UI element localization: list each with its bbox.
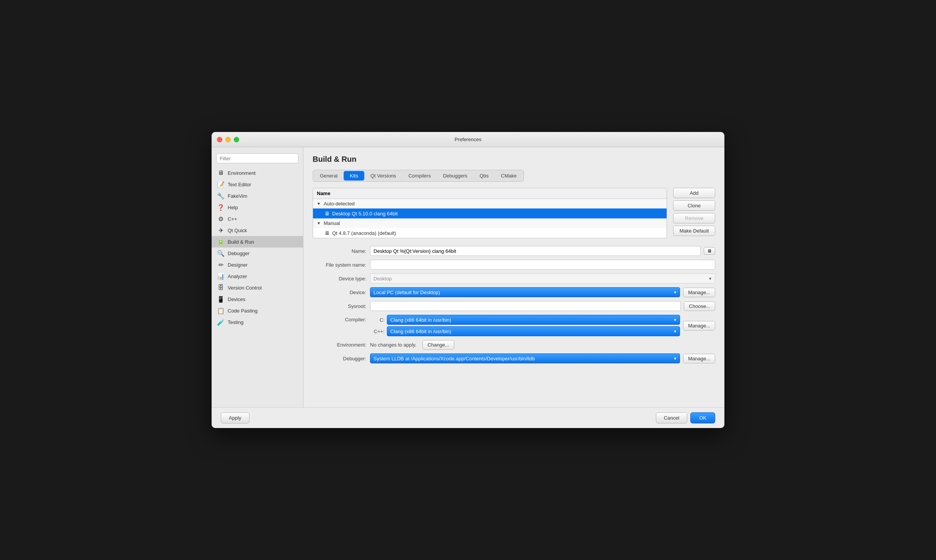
manage-compiler-button[interactable]: Manage... — [683, 321, 715, 330]
filesystem-label: File system name: — [313, 262, 370, 268]
kit-table-header: Name — [313, 188, 667, 199]
name-icon-button[interactable]: 🖥 — [704, 247, 715, 255]
qt-quick-icon: ✈ — [217, 226, 225, 234]
analyzer-icon: 📊 — [217, 272, 225, 280]
manage-debugger-button[interactable]: Manage... — [683, 354, 715, 363]
kit-item-label: Qt 4.8.7 (anaconda) (default) — [332, 230, 396, 236]
tab-debuggers[interactable]: Debuggers — [437, 171, 474, 181]
sysroot-row: Sysroot: Choose... — [313, 301, 715, 311]
sidebar-item-label: Devices — [228, 296, 245, 302]
build-run-icon: 🔋 — [217, 238, 225, 246]
make-default-button[interactable]: Make Default — [673, 226, 715, 236]
version-control-icon: 🗄 — [217, 284, 225, 291]
apply-button[interactable]: Apply — [221, 412, 249, 423]
maximize-button[interactable] — [234, 137, 239, 142]
designer-icon: ✏ — [217, 261, 225, 269]
kit-group-auto[interactable]: ▼ Auto-detected — [313, 199, 667, 208]
compiler-inputs: C: Clang (x86 64bit in /usr/bin) ▼ C++: — [370, 315, 680, 336]
main-content: Build & Run General Kits Qt Versions Com… — [303, 147, 724, 407]
sysroot-input[interactable] — [370, 301, 681, 311]
cancel-button[interactable]: Cancel — [656, 412, 687, 423]
ok-button[interactable]: OK — [690, 412, 715, 423]
tabs-bar: General Kits Qt Versions Compilers Debug… — [313, 170, 524, 182]
filesystem-input[interactable] — [370, 260, 715, 270]
tab-cmake[interactable]: CMake — [495, 171, 523, 181]
kit-action-buttons: Add Clone Remove Make Default — [673, 188, 715, 244]
remove-kit-button[interactable]: Remove — [673, 213, 715, 223]
filter-input[interactable] — [216, 153, 298, 163]
bottom-right-buttons: Cancel OK — [656, 412, 715, 423]
tab-kits[interactable]: Kits — [344, 171, 364, 181]
environment-icon: 🖥 — [217, 169, 225, 177]
window-title: Preferences — [455, 137, 481, 142]
manage-device-button[interactable]: Manage... — [683, 288, 715, 297]
environment-row: Environment: No changes to apply. Change… — [313, 340, 715, 350]
debugger-row: Debugger: System LLDB at /Applications/X… — [313, 353, 715, 363]
traffic-lights — [217, 137, 239, 142]
kit-item-label: Desktop Qt 5.10.0 clang 64bit — [332, 211, 398, 217]
name-input[interactable] — [370, 246, 701, 256]
sidebar-item-label: Environment — [228, 170, 256, 176]
debugger-icon: 🔍 — [217, 249, 225, 257]
tab-qt-versions[interactable]: Qt Versions — [364, 171, 402, 181]
sysroot-label: Sysroot: — [313, 303, 370, 309]
device-type-static: Desktop — [370, 273, 715, 283]
device-label: Device: — [313, 290, 370, 295]
kit-item-desktop-qt510[interactable]: 🖥 Desktop Qt 5.10.0 clang 64bit — [313, 208, 667, 218]
sidebar-item-build-run[interactable]: 🔋 Build & Run — [212, 236, 303, 247]
sidebar-item-debugger[interactable]: 🔍 Debugger — [212, 247, 303, 259]
tab-general[interactable]: General — [314, 171, 344, 181]
clone-kit-button[interactable]: Clone — [673, 200, 715, 211]
triangle-icon: ▼ — [317, 221, 321, 225]
monitor-icon: 🖥 — [325, 210, 330, 217]
sidebar-item-label: Code Pasting — [228, 308, 258, 314]
debugger-select[interactable]: System LLDB at /Applications/Xcode.app/C… — [370, 353, 680, 363]
kit-group-manual[interactable]: ▼ Manual — [313, 218, 667, 228]
sidebar-item-designer[interactable]: ✏ Designer — [212, 259, 303, 270]
kit-group-label: Auto-detected — [324, 201, 355, 207]
name-row: Name: 🖥 — [313, 246, 715, 256]
text-editor-icon: 📝 — [217, 181, 225, 188]
filesystem-row: File system name: — [313, 260, 715, 270]
compiler-c-row: C: Clang (x86 64bit in /usr/bin) ▼ — [370, 315, 680, 325]
compiler-label: Compiler: — [313, 315, 370, 322]
choose-sysroot-button[interactable]: Choose... — [684, 301, 715, 311]
kit-item-qt487[interactable]: 🖥 Qt 4.8.7 (anaconda) (default) — [313, 228, 667, 238]
environment-value: No changes to apply. — [370, 342, 416, 348]
sidebar-item-label: Version Control — [228, 285, 262, 291]
device-select[interactable]: Local PC (default for Desktop) — [370, 287, 680, 297]
sidebar-item-environment[interactable]: 🖥 Environment — [212, 167, 303, 179]
tab-qbs[interactable]: Qbs — [473, 171, 495, 181]
minimize-button[interactable] — [225, 137, 231, 142]
debugger-select-wrap: System LLDB at /Applications/Xcode.app/C… — [370, 353, 680, 363]
sidebar-item-testing[interactable]: 🧪 Testing — [212, 316, 303, 328]
sidebar-item-version-control[interactable]: 🗄 Version Control — [212, 282, 303, 293]
change-env-button[interactable]: Change... — [422, 340, 454, 350]
name-label: Name: — [313, 248, 370, 254]
sidebar-item-label: FakeVim — [228, 193, 247, 199]
sidebar-item-fakevim[interactable]: 🔧 FakeVim — [212, 190, 303, 202]
compiler-c-select[interactable]: Clang (x86 64bit in /usr/bin) — [387, 315, 680, 325]
sidebar-item-text-editor[interactable]: 📝 Text Editor — [212, 179, 303, 190]
sidebar-item-qt-quick[interactable]: ✈ Qt Quick — [212, 225, 303, 236]
tab-compilers[interactable]: Compilers — [402, 171, 437, 181]
device-type-row: Device type: Desktop ▼ — [313, 273, 715, 283]
sidebar-item-label: Debugger — [228, 251, 249, 256]
sidebar-item-code-pasting[interactable]: 📋 Code Pasting — [212, 305, 303, 316]
help-icon: ❓ — [217, 203, 225, 211]
page-title: Build & Run — [313, 155, 715, 164]
sidebar-item-label: C++ — [228, 216, 237, 222]
add-kit-button[interactable]: Add — [673, 188, 715, 198]
compiler-cpp-select[interactable]: Clang (x86 64bit in /usr/bin) — [387, 326, 680, 336]
kit-group-label: Manual — [324, 220, 340, 226]
sidebar-item-devices[interactable]: 📱 Devices — [212, 293, 303, 305]
sidebar-item-analyzer[interactable]: 📊 Analyzer — [212, 270, 303, 282]
form-area: Name: 🖥 File system name: Device type: D… — [313, 246, 715, 363]
monitor-icon: 🖥 — [325, 230, 330, 236]
compiler-row: Compiler: C: Clang (x86 64bit in /usr/bi… — [313, 315, 715, 336]
sidebar-item-label: Text Editor — [228, 182, 251, 187]
sidebar-item-help[interactable]: ❓ Help — [212, 202, 303, 213]
close-button[interactable] — [217, 137, 222, 142]
kit-list-area: Name ▼ Auto-detected 🖥 Desktop Qt 5.10.0… — [313, 188, 667, 244]
sidebar-item-cpp[interactable]: ⚙ C++ — [212, 213, 303, 225]
